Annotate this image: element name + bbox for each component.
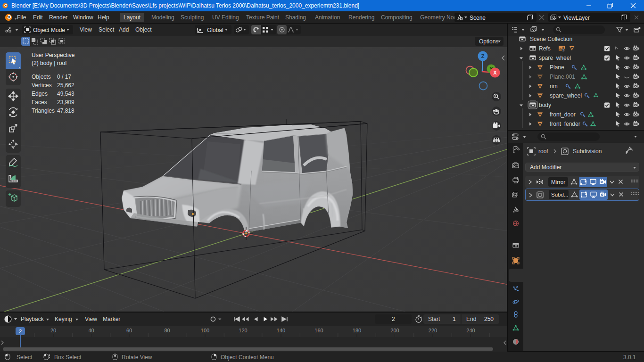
svg-text:200: 200 — [390, 328, 399, 333]
svg-text:40: 40 — [88, 328, 94, 333]
svg-text:180: 180 — [353, 328, 361, 333]
svg-text:80: 80 — [164, 328, 170, 333]
svg-text:100: 100 — [201, 328, 209, 333]
svg-text:front_fender: front_fender — [550, 121, 580, 127]
svg-text:roof: roof — [538, 148, 548, 155]
svg-text:body: body — [539, 102, 551, 108]
svg-text:160: 160 — [314, 328, 323, 333]
svg-text:Plane.001: Plane.001 — [550, 74, 575, 80]
svg-text:140: 140 — [277, 328, 285, 333]
svg-text:Subdivision: Subdivision — [573, 148, 602, 155]
svg-text:Scene Collection: Scene Collection — [530, 36, 572, 42]
svg-text:220: 220 — [429, 328, 437, 333]
svg-text:240: 240 — [466, 328, 475, 333]
svg-text:rim: rim — [550, 83, 558, 90]
svg-text:60: 60 — [126, 328, 132, 333]
svg-text:spare_wheel: spare_wheel — [550, 92, 582, 99]
svg-text:Refs: Refs — [539, 45, 551, 52]
svg-text:20: 20 — [50, 328, 56, 333]
svg-text:Z: Z — [481, 53, 485, 59]
svg-text:X: X — [493, 70, 497, 75]
svg-text:3: 3 — [562, 48, 565, 52]
svg-text:120: 120 — [239, 328, 247, 333]
svg-text:spare_wheel: spare_wheel — [539, 55, 571, 61]
svg-text:2: 2 — [19, 329, 22, 334]
svg-text:front_door: front_door — [550, 111, 576, 118]
svg-text:Plane: Plane — [550, 64, 564, 71]
